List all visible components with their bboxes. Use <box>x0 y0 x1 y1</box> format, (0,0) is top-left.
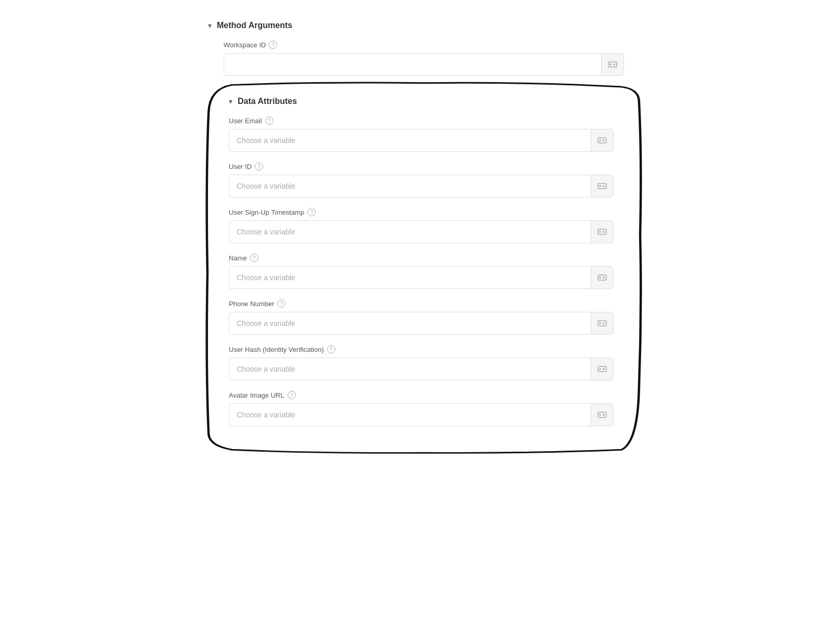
input-row-user-id <box>229 175 614 198</box>
label-phone-number: Phone Number? <box>229 299 614 308</box>
field-user-signup-timestamp: User Sign-Up Timestamp? <box>229 208 614 243</box>
method-arguments-chevron[interactable]: ▾ <box>208 21 212 30</box>
input-user-email[interactable] <box>229 129 591 152</box>
label-text-name: Name <box>229 254 247 262</box>
input-row-phone-number <box>229 312 614 335</box>
help-icon-user-hash[interactable]: ? <box>327 345 335 353</box>
input-avatar-image-url[interactable] <box>229 403 591 426</box>
label-text-user-hash: User Hash (Identity Verification) <box>229 346 324 353</box>
method-arguments-title: Method Arguments <box>217 21 292 30</box>
label-name: Name? <box>229 254 614 262</box>
field-name: Name? <box>229 254 614 289</box>
workspace-id-label: Workspace ID ? <box>224 41 624 49</box>
data-attributes-section: ▾ Data Attributes User Email? User ID? U… <box>213 91 624 447</box>
label-user-signup-timestamp: User Sign-Up Timestamp? <box>229 208 614 216</box>
page-container: ▾ Method Arguments Workspace ID ? <box>208 10 624 457</box>
add-btn-user-signup-timestamp[interactable] <box>591 220 614 243</box>
add-icon-user-id <box>597 181 607 191</box>
label-user-id: User ID? <box>229 162 614 170</box>
add-icon-phone-number <box>597 319 607 328</box>
add-btn-user-email[interactable] <box>591 129 614 152</box>
input-row-avatar-image-url <box>229 403 614 426</box>
input-row-user-hash <box>229 358 614 380</box>
field-user-email: User Email? <box>229 116 614 152</box>
add-btn-user-id[interactable] <box>591 175 614 198</box>
label-text-user-id: User ID <box>229 163 252 170</box>
workspace-id-help-icon[interactable]: ? <box>269 41 277 49</box>
add-icon-name <box>597 273 607 282</box>
add-btn-phone-number[interactable] <box>591 312 614 335</box>
add-btn-name[interactable] <box>591 266 614 289</box>
workspace-id-input[interactable] <box>224 53 601 76</box>
field-user-hash: User Hash (Identity Verification)? <box>229 345 614 380</box>
data-attributes-title: Data Attributes <box>238 97 297 106</box>
add-btn-avatar-image-url[interactable] <box>591 403 614 426</box>
label-text-user-signup-timestamp: User Sign-Up Timestamp <box>229 208 304 216</box>
input-row-user-signup-timestamp <box>229 220 614 243</box>
data-attributes-chevron[interactable]: ▾ <box>229 97 232 106</box>
workspace-id-section: Workspace ID ? <box>208 41 624 76</box>
label-text-user-email: User Email <box>229 117 262 125</box>
fields-container: User Email? User ID? User Sign-Up Timest… <box>229 116 614 426</box>
add-btn-user-hash[interactable] <box>591 358 614 380</box>
input-user-id[interactable] <box>229 175 591 198</box>
help-icon-name[interactable]: ? <box>250 254 258 262</box>
field-user-id: User ID? <box>229 162 614 198</box>
data-attributes-wrapper: ▾ Data Attributes User Email? User ID? U… <box>213 91 624 447</box>
label-user-hash: User Hash (Identity Verification)? <box>229 345 614 353</box>
add-icon-user-email <box>597 136 607 145</box>
input-name[interactable] <box>229 266 591 289</box>
method-arguments-header: ▾ Method Arguments <box>208 21 624 30</box>
workspace-id-label-text: Workspace ID <box>224 41 266 49</box>
workspace-id-field: Workspace ID ? <box>224 41 624 76</box>
input-phone-number[interactable] <box>229 312 591 335</box>
input-row-name <box>229 266 614 289</box>
add-icon-user-hash <box>597 364 607 374</box>
input-user-hash[interactable] <box>229 358 591 380</box>
label-text-avatar-image-url: Avatar Image URL <box>229 391 284 399</box>
add-icon-avatar-image-url <box>597 410 607 419</box>
label-text-phone-number: Phone Number <box>229 300 274 308</box>
help-icon-user-id[interactable]: ? <box>255 162 263 170</box>
help-icon-user-signup-timestamp[interactable]: ? <box>307 208 316 216</box>
field-avatar-image-url: Avatar Image URL? <box>229 391 614 426</box>
input-row-user-email <box>229 129 614 152</box>
data-attributes-header: ▾ Data Attributes <box>229 97 614 106</box>
add-icon-user-signup-timestamp <box>597 227 607 236</box>
label-avatar-image-url: Avatar Image URL? <box>229 391 614 399</box>
field-phone-number: Phone Number? <box>229 299 614 335</box>
workspace-id-input-row <box>224 53 624 76</box>
help-icon-user-email[interactable]: ? <box>265 116 274 125</box>
help-icon-phone-number[interactable]: ? <box>277 299 285 308</box>
workspace-id-add-button[interactable] <box>601 53 624 76</box>
help-icon-avatar-image-url[interactable]: ? <box>288 391 296 399</box>
add-variable-icon <box>608 60 617 69</box>
input-user-signup-timestamp[interactable] <box>229 220 591 243</box>
label-user-email: User Email? <box>229 116 614 125</box>
